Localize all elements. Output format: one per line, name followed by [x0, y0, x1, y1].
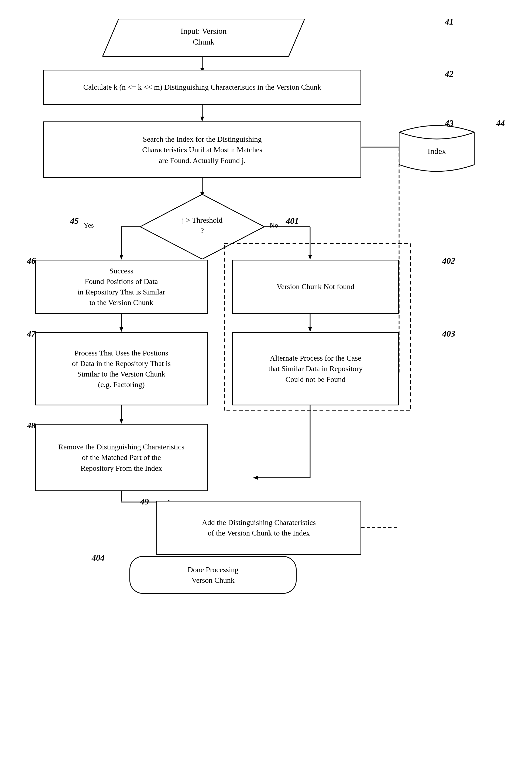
node47-box: Process That Uses the Postionsof Data in… [35, 332, 208, 405]
label-402: 402 [442, 256, 455, 266]
svg-text:Index: Index [428, 146, 446, 155]
label-403: 403 [442, 329, 455, 339]
label-42: 42 [445, 69, 454, 79]
label-41: 41 [445, 17, 454, 27]
label-48: 48 [27, 420, 36, 430]
label-44: 44 [496, 118, 505, 128]
node42-box: Calculate k (n <= k << m) Distinguishing… [43, 70, 361, 105]
label-46: 46 [27, 256, 36, 266]
node48-box: Remove the Distinguishing Charateristics… [35, 424, 208, 491]
node49-box: Add the Distinguishing Charateristicsof … [156, 501, 361, 555]
svg-marker-16 [119, 327, 123, 332]
svg-marker-20 [119, 419, 123, 424]
svg-rect-38 [224, 244, 410, 411]
label-45: 45 [70, 216, 79, 226]
label-47: 47 [27, 329, 36, 339]
dashed-box [224, 243, 413, 416]
node404-oval: Done ProcessingVerson Chunk [129, 556, 297, 594]
extra-arrow [361, 501, 415, 555]
svg-marker-23 [253, 476, 258, 480]
node41-shape: Input: Version Chunk [102, 19, 305, 57]
label-401: 401 [286, 216, 299, 226]
svg-marker-11 [119, 255, 123, 260]
svg-text:Input: Version: Input: Version [181, 26, 226, 35]
no-label: No [270, 221, 278, 230]
diagram-container: 41 Input: Version Chunk 42 Calculate k (… [0, 0, 532, 766]
svg-text:j > Threshold: j > Threshold [182, 216, 223, 224]
node44-index: Index [399, 124, 475, 173]
yes-label: Yes [84, 221, 94, 230]
svg-marker-3 [200, 116, 204, 121]
svg-text:Chunk: Chunk [193, 37, 214, 46]
node46-box: SuccessFound Positions of Datain Reposit… [35, 260, 208, 314]
svg-text:?: ? [201, 226, 204, 235]
label-49: 49 [140, 497, 149, 507]
node43-box: Search the Index for the DistinguishingC… [43, 121, 361, 178]
label-404: 404 [92, 553, 105, 563]
